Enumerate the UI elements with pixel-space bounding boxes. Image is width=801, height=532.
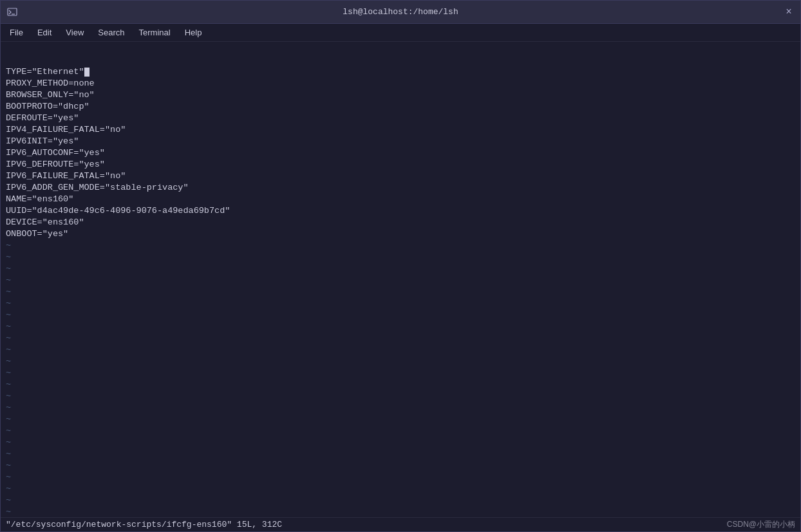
editor-line: ~ xyxy=(6,367,795,379)
title-bar: lsh@localhost:/home/lsh × xyxy=(1,1,800,24)
editor-line: ~ xyxy=(6,425,795,437)
status-file-info: "/etc/sysconfig/network-scripts/ifcfg-en… xyxy=(6,520,282,529)
editor-line: ~ xyxy=(6,506,795,517)
editor-line: ~ xyxy=(6,402,795,414)
editor-line: ~ xyxy=(6,356,795,367)
editor-line: ~ xyxy=(6,309,795,321)
editor-line: ~ xyxy=(6,472,795,483)
terminal-window: lsh@localhost:/home/lsh × FileEditViewSe… xyxy=(0,0,801,532)
title-bar-left xyxy=(6,6,19,19)
editor-content: TYPE="Ethernet"PROXY_METHOD=noneBROWSER_… xyxy=(1,42,800,517)
editor-line: IPV6_ADDR_GEN_MODE="stable-privacy" xyxy=(6,182,795,194)
editor-line: IPV6_FAILURE_FATAL="no" xyxy=(6,170,795,182)
editor-line: ~ xyxy=(6,286,795,298)
editor-line: ~ xyxy=(6,495,795,506)
editor-line: ~ xyxy=(6,252,795,263)
title-bar-title: lsh@localhost:/home/lsh xyxy=(19,7,782,17)
status-right-label: CSDN@小雷的小柄 xyxy=(727,519,795,530)
editor-line: IPV6_AUTOCONF="yes" xyxy=(6,147,795,159)
menu-item-search[interactable]: Search xyxy=(91,26,131,39)
editor-line: IPV4_FAILURE_FATAL="no" xyxy=(6,124,795,136)
editor-line: ~ xyxy=(6,390,795,402)
menu-item-file[interactable]: File xyxy=(3,26,30,39)
editor-line: BOOTPROTO="dhcp" xyxy=(6,101,795,113)
terminal-icon xyxy=(6,6,19,19)
editor-line: ~ xyxy=(6,448,795,460)
editor-line: ~ xyxy=(6,379,795,390)
editor-line: ~ xyxy=(6,275,795,286)
editor-line: ONBOOT="yes" xyxy=(6,228,795,240)
editor-line: ~ xyxy=(6,437,795,448)
editor-line: TYPE="Ethernet" xyxy=(6,66,795,78)
menu-bar: FileEditViewSearchTerminalHelp xyxy=(1,24,800,42)
editor-line: ~ xyxy=(6,321,795,333)
editor-area[interactable]: TYPE="Ethernet"PROXY_METHOD=noneBROWSER_… xyxy=(1,42,800,517)
editor-line: BROWSER_ONLY="no" xyxy=(6,89,795,101)
text-cursor xyxy=(84,68,90,77)
editor-line: UUID="d4ac49de-49c6-4096-9076-a49eda69b7… xyxy=(6,205,795,217)
editor-line: ~ xyxy=(6,344,795,356)
menu-item-terminal[interactable]: Terminal xyxy=(133,26,177,39)
editor-line: ~ xyxy=(6,240,795,252)
editor-line: NAME="ens160" xyxy=(6,194,795,205)
status-bar: "/etc/sysconfig/network-scripts/ifcfg-en… xyxy=(1,517,800,531)
editor-line: PROXY_METHOD=none xyxy=(6,78,795,89)
editor-line: ~ xyxy=(6,483,795,495)
editor-line: IPV6INIT="yes" xyxy=(6,136,795,147)
menu-item-help[interactable]: Help xyxy=(178,26,209,39)
editor-line: IPV6_DEFROUTE="yes" xyxy=(6,159,795,170)
editor-line: ~ xyxy=(6,263,795,275)
editor-line: ~ xyxy=(6,460,795,472)
menu-item-edit[interactable]: Edit xyxy=(31,26,58,39)
editor-line: DEFROUTE="yes" xyxy=(6,113,795,124)
editor-line: DEVICE="ens160" xyxy=(6,217,795,228)
editor-line: ~ xyxy=(6,333,795,344)
editor-line: ~ xyxy=(6,414,795,425)
close-button[interactable]: × xyxy=(782,6,795,19)
editor-line: ~ xyxy=(6,298,795,309)
menu-item-view[interactable]: View xyxy=(59,26,90,39)
